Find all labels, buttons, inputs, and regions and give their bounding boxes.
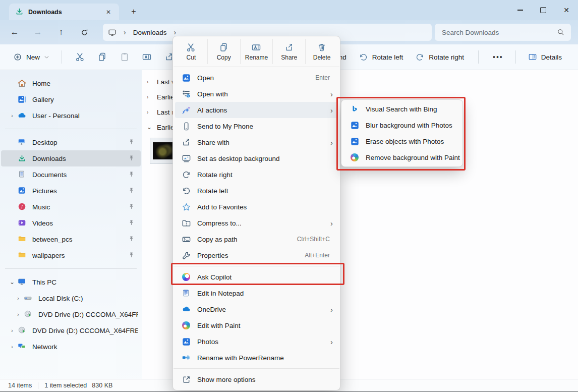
sidebar-item-this-pc[interactable]: ⌄This PC xyxy=(1,274,141,290)
menu-item-edit-in-notepad[interactable]: Edit in Notepad xyxy=(175,285,338,301)
back-button[interactable]: ← xyxy=(6,24,23,41)
menu-item-label: OneDrive xyxy=(197,306,328,313)
chevron-right-icon[interactable]: › xyxy=(7,113,17,119)
context-rename-button[interactable]: Rename xyxy=(241,39,273,64)
up-button[interactable]: ↑ xyxy=(52,24,70,41)
rotate-left-button[interactable]: Rotate left xyxy=(354,49,409,66)
menu-item-onedrive[interactable]: OneDrive› xyxy=(175,301,338,317)
menu-item-compress-to[interactable]: Compress to...› xyxy=(175,215,338,231)
context-delete-button[interactable]: Delete xyxy=(306,39,338,64)
menu-item-ai-actions[interactable]: AI actions› xyxy=(175,102,338,118)
file-explorer-window: Downloads ✕ + ✕ ←→↑ › Downloads › Search… xyxy=(0,0,578,392)
cut-button[interactable] xyxy=(69,48,91,66)
sidebar-item-documents[interactable]: Documents xyxy=(1,166,141,183)
close-button[interactable]: ✕ xyxy=(555,0,578,20)
chevron-right-icon: › xyxy=(328,305,333,314)
sidebar-item-between-pcs[interactable]: between_pcs xyxy=(1,231,141,247)
menu-item-show-more-options[interactable]: Show more options xyxy=(175,371,338,387)
sidebar-item-label: Music xyxy=(32,203,128,211)
show-more-icon xyxy=(181,374,191,384)
menu-item-open-with[interactable]: Open with› xyxy=(175,86,338,102)
rename-button[interactable] xyxy=(136,48,158,66)
breadcrumb-downloads[interactable]: Downloads xyxy=(133,29,167,36)
minimize-button[interactable] xyxy=(508,0,532,20)
new-button[interactable]: New xyxy=(8,49,54,65)
context-copy-button[interactable]: Copy xyxy=(208,39,241,64)
chevron-right-icon[interactable]: › xyxy=(13,296,23,301)
submenu-item-blur-background-with-photos[interactable]: Blur background with Photos xyxy=(343,117,460,133)
sidebar-item-gallery[interactable]: Gallery xyxy=(1,91,141,107)
sidebar-item-videos[interactable]: Videos xyxy=(1,215,141,231)
chevron-right-icon[interactable]: › xyxy=(147,94,153,100)
chevron-right-icon[interactable]: › xyxy=(13,312,23,317)
sidebar-item-user-personal[interactable]: ›User - Personal xyxy=(1,107,141,124)
tab-title: Downloads xyxy=(28,9,98,16)
menu-item-add-to-favorites[interactable]: Add to Favorites xyxy=(175,199,338,215)
menu-item-send-to-my-phone[interactable]: Send to My Phone xyxy=(175,118,338,134)
sidebar-item-dvd-drive-d-cccoma-x64fre-en-us-d[interactable]: ›DVD Drive (D:) CCCOMA_X64FRE_EN-US_D xyxy=(1,322,141,339)
menu-item-open[interactable]: OpenEnter xyxy=(175,70,338,86)
new-tab-button[interactable]: + xyxy=(126,4,141,19)
command-bar-left: New xyxy=(0,44,180,70)
rotate-right-button[interactable]: Rotate right xyxy=(410,49,469,66)
menu-item-set-as-desktop-background[interactable]: Set as desktop background xyxy=(175,150,338,166)
delete-icon xyxy=(317,42,327,52)
chevron-right-icon[interactable]: › xyxy=(7,344,17,350)
photos-app-icon xyxy=(350,120,360,130)
maximize-button[interactable] xyxy=(532,0,555,20)
network-icon xyxy=(17,342,27,352)
details-button[interactable]: Details xyxy=(523,49,567,65)
rotate-left-label: Rotate left xyxy=(372,53,403,61)
quick-action-label: Delete xyxy=(313,54,331,61)
context-share-button[interactable]: Share xyxy=(273,39,306,64)
sidebar-item-local-disk-c[interactable]: ›Local Disk (C:) xyxy=(1,290,141,306)
sidebar-item-music[interactable]: ♪Music xyxy=(1,199,141,215)
sidebar-item-desktop[interactable]: Desktop xyxy=(1,134,141,150)
menu-item-properties[interactable]: PropertiesAlt+Enter xyxy=(175,247,338,263)
wrench-icon xyxy=(181,250,191,260)
search-box[interactable]: Search Downloads xyxy=(435,24,571,41)
chevron-down-icon[interactable]: ⌄ xyxy=(7,278,17,286)
sidebar-item-home[interactable]: Home xyxy=(1,75,141,91)
menu-item-photos[interactable]: Photos› xyxy=(175,333,338,350)
context-cut-button[interactable]: Cut xyxy=(175,39,208,64)
sidebar-item-downloads[interactable]: Downloads xyxy=(1,150,141,166)
sidebar-item-label: wallpapers xyxy=(32,252,128,259)
see-more-button[interactable]: ••• xyxy=(488,49,508,65)
menu-separator xyxy=(174,368,339,369)
set-background-icon xyxy=(181,153,191,163)
menu-item-edit-with-paint[interactable]: Edit with Paint xyxy=(175,317,338,333)
refresh-button[interactable] xyxy=(76,24,93,41)
sidebar-item-wallpapers[interactable]: wallpapers xyxy=(1,247,141,263)
group-header-label: Earlie xyxy=(157,124,175,131)
paste-button xyxy=(113,48,136,66)
submenu-item-remove-background-with-paint[interactable]: Remove background with Paint xyxy=(343,149,460,165)
tab-downloads[interactable]: Downloads ✕ xyxy=(9,4,119,20)
chevron-right-icon[interactable]: › xyxy=(7,328,17,333)
sidebar-item-network[interactable]: ›Network xyxy=(1,339,141,355)
menu-item-label: Edit in Notepad xyxy=(197,290,333,297)
sidebar-item-label: DVD Drive (D:) CCCOMA_X64FRE_EN-US_D xyxy=(32,327,138,334)
chevron-right-icon[interactable]: › xyxy=(147,79,153,85)
sidebar-item-pictures[interactable]: Pictures xyxy=(1,183,141,199)
menu-item-share-with[interactable]: Share with› xyxy=(175,134,338,150)
chevron-down-icon[interactable]: ⌄ xyxy=(147,124,153,131)
chevron-right-icon[interactable]: › xyxy=(147,109,153,115)
tab-close-icon[interactable]: ✕ xyxy=(103,7,114,18)
rotate-right-icon xyxy=(415,52,425,62)
menu-item-rotate-right[interactable]: Rotate right xyxy=(175,166,338,183)
pin-icon xyxy=(128,235,136,243)
submenu-item-erase-objects-with-photos[interactable]: Erase objects with Photos xyxy=(343,133,460,149)
sidebar-item-label: This PC xyxy=(32,278,138,286)
sidebar-item-dvd-drive-d-cccoma-x64fre-en-us[interactable]: ›DVD Drive (D:) CCCOMA_X64FRE_EN-US_ xyxy=(1,306,141,322)
submenu-item-visual-search-with-bing[interactable]: Visual Search with Bing xyxy=(343,101,460,117)
menu-item-rotate-left[interactable]: Rotate left xyxy=(175,183,338,199)
sidebar-item-label: Downloads xyxy=(32,155,128,162)
menu-item-copy-as-path[interactable]: Copy as pathCtrl+Shift+C xyxy=(175,231,338,247)
quick-action-label: Rename xyxy=(245,54,268,61)
menu-item-ask-copilot[interactable]: Ask Copilot xyxy=(175,269,338,285)
sidebar-item-label: Network xyxy=(32,343,138,351)
menu-item-rename-with-powerrename[interactable]: Rename with PowerRename xyxy=(175,350,338,366)
rename-icon xyxy=(142,52,152,62)
copy-button[interactable] xyxy=(91,48,113,66)
